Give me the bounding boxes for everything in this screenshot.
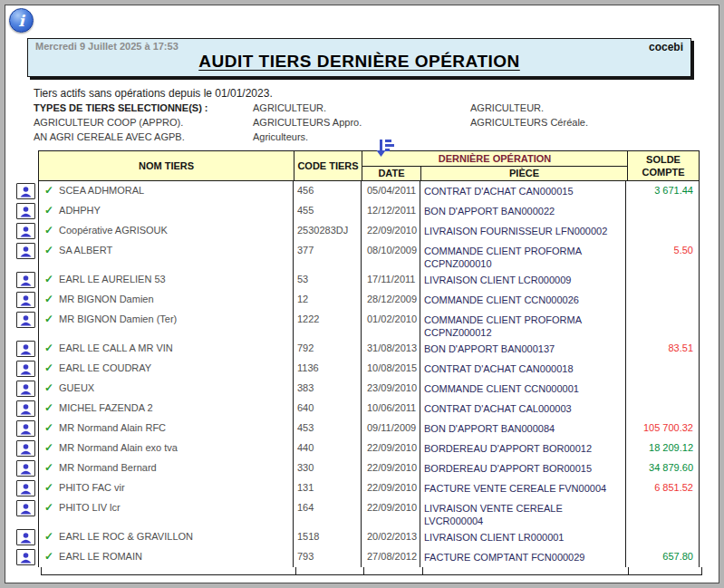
check-icon: ✓	[44, 482, 53, 498]
tier-code: 793	[294, 547, 362, 567]
info-icon[interactable]: i	[9, 8, 34, 33]
person-detail-button[interactable]	[16, 529, 35, 545]
table-row: ✓ EARL LE AURELIEN 53 53 17/11/2011 LIVR…	[11, 270, 702, 290]
tier-name: MR BIGNON Damien (Ter)	[59, 313, 177, 339]
tier-code: 456	[294, 181, 362, 201]
solde-value: 105 700.32	[626, 419, 699, 439]
operation-piece: LIVRAISON VENTE CEREALE LVCR000004	[420, 498, 626, 527]
solde-value: 657.80	[626, 547, 699, 567]
solde-value	[626, 270, 699, 290]
col-header-derniere-operation: DERNIÈRE OPÉRATION	[362, 151, 627, 167]
operation-date: 12/12/2011	[362, 201, 420, 221]
tier-name: MR Normand Bernard	[59, 462, 157, 478]
check-icon: ✓	[44, 551, 53, 567]
filter-value: AGRICULTEUR.	[470, 102, 588, 117]
person-detail-button[interactable]	[16, 420, 35, 437]
tier-name: PHITO FAC vir	[59, 482, 125, 498]
tier-name: EARL LE AURELIEN 53	[59, 274, 166, 290]
operation-piece: COMMANDE CLIENT PROFORMA CCPNZ000012	[420, 310, 626, 339]
table-row: ✓ Coopérative AGRISOUK 2530283DJ 22/09/2…	[11, 221, 702, 241]
check-icon: ✓	[44, 382, 53, 399]
person-detail-button[interactable]	[16, 312, 35, 328]
table-row: ✓ MR BIGNON Damien 12 28/12/2009 COMMAND…	[11, 290, 702, 310]
table-row: ✓ SCEA ADHMORAL 456 05/04/2011 CONTRAT D…	[11, 181, 702, 201]
operation-piece: COMMANDE CLIENT CCN000026	[420, 290, 626, 310]
table-row: ✓ PHITO FAC vir 131 22/09/2010 FACTURE V…	[11, 478, 702, 498]
report-datetime: Mercredi 9 Juillet 2025 à 17:53	[35, 41, 179, 52]
tier-name: MR Normand Alain RFC	[59, 422, 166, 439]
person-detail-button[interactable]	[16, 480, 35, 496]
solde-value	[626, 399, 699, 419]
operation-date: 22/09/2010	[362, 221, 420, 241]
operation-piece: FACTURE VENTE CEREALE FVN00004	[420, 478, 626, 498]
solde-value	[626, 310, 699, 339]
person-detail-button[interactable]	[16, 361, 35, 377]
check-icon: ✓	[44, 342, 53, 359]
person-icon	[19, 463, 33, 475]
audit-table: NOM TIERS CODE TIERS DERNIÈRE OPÉRATION …	[11, 150, 702, 575]
table-row: ✓ EARL LE ROC & GRAVILLON 1518 20/02/201…	[11, 527, 702, 547]
operation-date: 22/09/2010	[362, 478, 420, 498]
operation-date: 01/02/2010	[362, 310, 420, 339]
operation-date: 22/09/2010	[362, 458, 420, 478]
person-detail-button[interactable]	[16, 549, 35, 565]
filter-value: AN AGRI CEREALE AVEC AGPB.	[34, 131, 253, 146]
tier-name: EARL LE COUDRAY	[59, 362, 151, 379]
operation-piece: CONTRAT D'ACHAT CAN000015	[420, 181, 626, 201]
operation-piece: BON D'APPORT BAN000022	[420, 201, 626, 221]
table-row: ✓ MR Normand Alain RFC 453 09/11/2009 BO…	[11, 419, 702, 439]
person-icon	[19, 363, 33, 375]
operation-date: 20/02/2013	[362, 527, 420, 547]
person-detail-button[interactable]	[16, 272, 35, 288]
person-detail-button[interactable]	[16, 400, 35, 417]
person-detail-button[interactable]	[16, 381, 35, 397]
person-detail-button[interactable]	[16, 243, 35, 259]
check-icon: ✓	[44, 502, 53, 527]
tier-name: MR BIGNON Damien	[59, 294, 154, 310]
person-icon	[19, 275, 33, 286]
solde-value: 18 209.12	[626, 439, 699, 458]
person-detail-button[interactable]	[16, 183, 35, 199]
solde-value: 34 879.60	[626, 458, 699, 478]
table-row: ✓ PHITO LIV lcr 164 22/09/2010 LIVRAISON…	[11, 498, 702, 527]
person-detail-button[interactable]	[16, 203, 35, 219]
tier-name: ADHPHY	[59, 205, 101, 221]
operation-date: 22/09/2010	[362, 498, 420, 527]
tier-name: SCEA ADHMORAL	[59, 185, 144, 201]
operation-date: 08/10/2009	[362, 241, 420, 270]
filter-value: AGRICULTEUR COOP (APPRO).	[34, 117, 253, 131]
person-icon	[19, 532, 33, 544]
person-icon	[19, 423, 33, 435]
sort-descending-icon[interactable]	[374, 138, 398, 159]
operation-piece: CONTRAT D'ACHAT CAL000003	[420, 399, 626, 419]
tier-code: 640	[294, 399, 362, 419]
check-icon: ✓	[44, 245, 53, 270]
check-icon: ✓	[44, 274, 53, 290]
operation-date: 10/06/2011	[362, 399, 420, 419]
person-detail-button[interactable]	[16, 292, 35, 308]
person-detail-button[interactable]	[16, 440, 35, 457]
solde-value	[626, 290, 699, 310]
person-detail-button[interactable]	[16, 500, 35, 516]
report-subtitle: Tiers actifs sans opérations depuis le 0…	[34, 87, 273, 100]
company-name: cocebi	[649, 41, 683, 53]
tier-code: 12	[294, 290, 362, 310]
operation-piece: FACTURE COMPTANT FCN000029	[420, 547, 626, 567]
operation-piece: LIVRAISON CLIENT LCR000009	[420, 270, 626, 290]
person-detail-button[interactable]	[16, 460, 35, 477]
operation-date: 28/12/2009	[362, 290, 420, 310]
tier-code: 377	[294, 241, 362, 270]
person-detail-button[interactable]	[16, 341, 35, 357]
filter-summary: TYPES DE TIERS SELECTIONNE(S) : AGRICULT…	[34, 102, 588, 146]
solde-value	[626, 498, 699, 527]
person-detail-button[interactable]	[16, 223, 35, 239]
person-icon	[19, 343, 33, 355]
table-row: ✓ MR BIGNON Damien (Ter) 1222 01/02/2010…	[11, 310, 702, 339]
check-icon: ✓	[44, 362, 53, 379]
tier-name: GUEUX	[59, 382, 94, 399]
tier-code: 330	[294, 458, 362, 478]
tier-code: 1136	[294, 359, 362, 379]
operation-piece: BON D'APPORT BAN000084	[420, 419, 626, 439]
filter-value: AGRICULTEUR.	[253, 102, 470, 117]
tier-code: 455	[294, 201, 362, 221]
